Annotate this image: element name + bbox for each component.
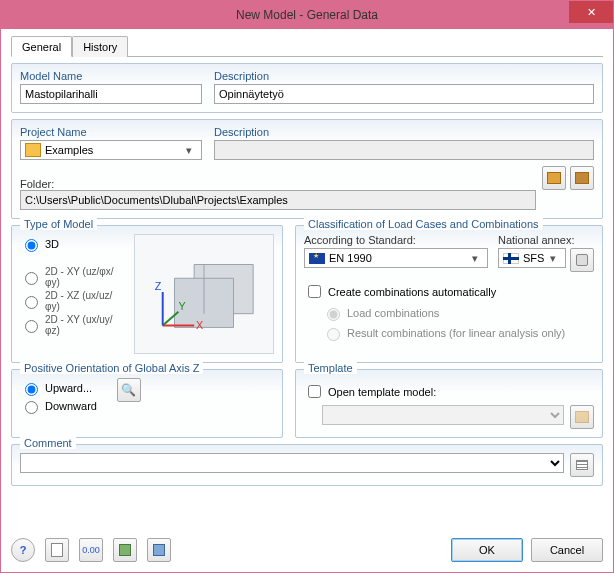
comment-legend: Comment	[20, 437, 76, 449]
radio-3d[interactable]: 3D	[20, 236, 122, 252]
tool-button-1[interactable]	[45, 538, 69, 562]
help-button[interactable]: ?	[11, 538, 35, 562]
dialog-window: New Model - General Data ✕ General Histo…	[0, 0, 614, 573]
standard-select[interactable]: EN 1990 ▾	[304, 248, 488, 268]
tool-button-3[interactable]	[113, 538, 137, 562]
std-label: According to Standard:	[304, 234, 488, 246]
svg-text:X: X	[196, 319, 203, 331]
model-name-input[interactable]	[20, 84, 202, 104]
magnifier-icon: 🔍	[121, 383, 136, 397]
dialog-buttons: OK Cancel	[451, 538, 603, 562]
orientation-legend: Positive Orientation of Global Axis Z	[20, 362, 203, 374]
chevron-down-icon: ▾	[181, 144, 197, 157]
list-icon	[576, 460, 588, 470]
eu-flag-icon	[309, 253, 325, 264]
close-button[interactable]: ✕	[569, 1, 613, 23]
note-icon	[51, 543, 63, 557]
client-area: General History Model Name Description P…	[1, 29, 613, 502]
chevron-down-icon: ▾	[467, 252, 483, 265]
chk-open-template[interactable]: Open template model:	[304, 382, 594, 401]
comment-pick-button[interactable]	[570, 453, 594, 477]
project-combo-value: Examples	[45, 144, 93, 156]
settings-icon	[153, 544, 165, 556]
cancel-button[interactable]: Cancel	[531, 538, 603, 562]
tab-strip: General History	[11, 35, 603, 57]
radio-load-combinations: Load combinations	[322, 305, 594, 321]
tab-general[interactable]: General	[11, 36, 72, 57]
project-browse-button[interactable]	[542, 166, 566, 190]
tool-button-4[interactable]	[147, 538, 171, 562]
folder-label: Folder:	[20, 178, 54, 190]
radio-upward[interactable]: Upward...	[20, 380, 97, 396]
template-select	[322, 405, 564, 425]
close-icon: ✕	[587, 6, 596, 19]
title-bar: New Model - General Data ✕	[1, 1, 613, 29]
folder-input	[20, 190, 536, 210]
folder-icon	[575, 411, 589, 423]
group-comment: Comment	[11, 444, 603, 486]
group-type-of-model: Type of Model 3D 2D - XY (uz/φx/φy) 2D -…	[11, 225, 283, 363]
database-icon	[575, 172, 589, 184]
radio-downward[interactable]: Downward	[20, 398, 97, 414]
model-desc-label: Description	[214, 70, 594, 82]
chk-auto-combinations[interactable]: Create combinations automatically	[304, 282, 594, 301]
folder-icon	[25, 143, 41, 157]
group-classification: Classification of Load Cases and Combina…	[295, 225, 603, 363]
project-combo[interactable]: Examples ▾	[20, 140, 202, 160]
group-template: Template Open template model:	[295, 369, 603, 438]
add-icon	[119, 544, 131, 556]
chevron-down-icon: ▾	[545, 252, 561, 265]
gear-icon	[576, 254, 588, 266]
annex-settings-button[interactable]	[570, 248, 594, 272]
project-desc-label: Description	[214, 126, 594, 138]
ok-button[interactable]: OK	[451, 538, 523, 562]
radio-result-combinations: Result combinations (for linear analysis…	[322, 325, 594, 341]
radio-2d-xz[interactable]: 2D - XZ (ux/uz/φy)	[20, 290, 122, 312]
classification-legend: Classification of Load Cases and Combina…	[304, 218, 543, 230]
tab-history[interactable]: History	[72, 36, 128, 57]
help-icon: ?	[20, 544, 27, 556]
project-desc-input	[214, 140, 594, 160]
orientation-info-button[interactable]: 🔍	[117, 378, 141, 402]
radio-2d-xy-1[interactable]: 2D - XY (uz/φx/φy)	[20, 266, 122, 288]
bottom-toolbar: ? 0.00	[11, 538, 171, 562]
tool-button-2[interactable]: 0.00	[79, 538, 103, 562]
comment-input[interactable]	[20, 453, 564, 473]
template-legend: Template	[304, 362, 357, 374]
group-orientation: Positive Orientation of Global Axis Z Up…	[11, 369, 283, 438]
project-manager-button[interactable]	[570, 166, 594, 190]
svg-text:Z: Z	[155, 280, 162, 292]
radio-2d-xy-2[interactable]: 2D - XY (ux/uy/φz)	[20, 314, 122, 336]
svg-text:Y: Y	[178, 300, 185, 312]
window-title: New Model - General Data	[236, 8, 378, 22]
model-preview: X Y Z	[134, 234, 274, 354]
folder-open-icon	[547, 172, 561, 184]
type-of-model-legend: Type of Model	[20, 218, 97, 230]
fi-flag-icon	[503, 253, 519, 264]
model-desc-input[interactable]	[214, 84, 594, 104]
model-name-label: Model Name	[20, 70, 202, 82]
annex-select[interactable]: SFS ▾	[498, 248, 566, 268]
project-name-label: Project Name	[20, 126, 202, 138]
template-browse-button[interactable]	[570, 405, 594, 429]
group-model-name: Model Name Description	[11, 63, 603, 113]
units-icon: 0.00	[82, 545, 100, 555]
annex-label: National annex:	[498, 234, 594, 246]
group-project: Project Name Examples ▾ Description	[11, 119, 603, 219]
